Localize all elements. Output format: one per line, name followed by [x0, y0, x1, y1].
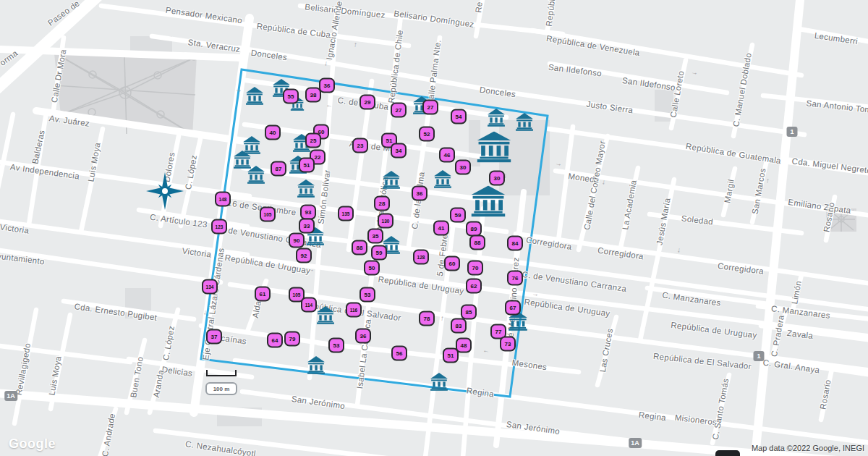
clipped-label-pill: [715, 450, 740, 456]
poi-marker[interactable]: 79: [284, 332, 300, 347]
poi-marker[interactable]: 53: [328, 338, 344, 353]
poi-marker[interactable]: 29: [359, 95, 375, 110]
museum-icon[interactable]: [245, 86, 264, 105]
route-badge: 1A: [629, 438, 642, 448]
poi-marker[interactable]: 83: [451, 318, 467, 334]
oneway-arrow-icon: →: [482, 348, 490, 356]
scale-label: 100 m: [205, 382, 237, 395]
poi-marker[interactable]: 23: [352, 138, 368, 153]
oneway-arrow-icon: →: [676, 246, 684, 254]
poi-marker[interactable]: 90: [289, 233, 305, 248]
poi-marker[interactable]: 54: [451, 109, 467, 124]
museum-icon[interactable]: [297, 179, 315, 198]
poi-marker[interactable]: 88: [469, 235, 485, 250]
poi-marker[interactable]: 36: [412, 186, 427, 201]
poi-marker[interactable]: 148: [215, 192, 231, 207]
poi-marker[interactable]: 105: [260, 207, 276, 222]
poi-marker[interactable]: 41: [433, 221, 449, 236]
poi-marker[interactable]: 36: [319, 78, 335, 93]
poi-marker[interactable]: 88: [352, 240, 367, 256]
map-canvas[interactable]: →→→→→→→→→→→→→→→→→→→→Pensador MexicanoBel…: [0, 0, 868, 456]
poi-marker[interactable]: 51: [299, 158, 315, 173]
museum-icon[interactable]: [307, 355, 326, 374]
poi-marker[interactable]: 135: [338, 206, 354, 221]
poi-marker[interactable]: 123: [211, 219, 227, 235]
poi-marker[interactable]: 34: [391, 143, 407, 159]
poi-marker[interactable]: 27: [422, 100, 438, 115]
poi-marker[interactable]: 92: [296, 248, 312, 263]
museum-icon[interactable]: [382, 170, 401, 189]
poi-marker[interactable]: 64: [267, 333, 283, 348]
poi-marker[interactable]: 76: [507, 271, 523, 286]
museum-icon[interactable]: [470, 186, 506, 217]
poi-marker[interactable]: 56: [391, 346, 407, 361]
street-label: Re: [474, 1, 484, 14]
scale-distance-text: 100 m: [213, 386, 230, 392]
poi-marker[interactable]: 67: [505, 300, 521, 316]
poi-marker[interactable]: 35: [367, 229, 383, 244]
poi-marker[interactable]: 37: [206, 329, 222, 345]
poi-marker[interactable]: 33: [299, 219, 315, 234]
poi-marker[interactable]: 53: [359, 287, 375, 303]
poi-marker[interactable]: 85: [461, 305, 477, 320]
museum-icon[interactable]: [476, 132, 512, 163]
poi-marker[interactable]: 46: [439, 148, 455, 163]
poi-marker[interactable]: 130: [378, 214, 393, 229]
oneway-arrow-icon: →: [554, 159, 562, 167]
poi-marker[interactable]: 93: [300, 205, 316, 220]
oneway-arrow-icon: →: [600, 178, 608, 186]
poi-marker[interactable]: 134: [202, 279, 218, 295]
poi-marker[interactable]: 50: [364, 261, 380, 276]
poi-marker[interactable]: 30: [489, 171, 505, 186]
poi-marker[interactable]: 52: [419, 127, 435, 142]
museum-icon[interactable]: [515, 112, 534, 131]
poi-marker[interactable]: 55: [283, 89, 299, 104]
poi-marker[interactable]: 87: [271, 161, 286, 177]
poi-marker[interactable]: 70: [467, 261, 483, 276]
route-badge: 1: [787, 127, 798, 137]
oneway-arrow-icon: →: [234, 85, 243, 94]
poi-marker[interactable]: 78: [419, 311, 435, 326]
museum-icon[interactable]: [433, 169, 452, 188]
poi-marker[interactable]: 27: [391, 103, 407, 118]
map-attribution: Map data ©2022 Google, INEGI: [752, 444, 864, 452]
poi-marker[interactable]: 60: [444, 256, 460, 271]
museum-icon[interactable]: [487, 108, 506, 127]
poi-marker[interactable]: 128: [413, 250, 429, 265]
museum-icon[interactable]: [247, 165, 265, 184]
poi-marker[interactable]: 28: [374, 196, 390, 211]
poi-marker[interactable]: 59: [450, 208, 466, 223]
poi-marker[interactable]: 73: [500, 337, 516, 352]
poi-marker[interactable]: 62: [466, 279, 482, 294]
poi-marker[interactable]: 84: [507, 236, 523, 251]
poi-marker[interactable]: 114: [301, 297, 317, 313]
poi-marker[interactable]: 89: [466, 221, 482, 237]
poi-marker[interactable]: 40: [265, 125, 281, 140]
museum-icon[interactable]: [316, 305, 335, 324]
poi-marker[interactable]: 36: [355, 329, 371, 344]
oneway-arrow-icon: →: [325, 103, 333, 111]
oneway-arrow-icon: →: [690, 68, 698, 76]
oneway-arrow-icon: →: [350, 41, 358, 48]
poi-marker[interactable]: 51: [443, 348, 459, 363]
compass-icon: [145, 172, 184, 214]
poi-marker[interactable]: 30: [455, 160, 471, 175]
oneway-arrow-icon: →: [323, 59, 331, 67]
road: [0, 114, 13, 195]
poi-marker[interactable]: 116: [346, 303, 362, 318]
route-badge: 1A: [4, 391, 17, 401]
route-badge: 1: [754, 351, 765, 361]
poi-marker[interactable]: 59: [371, 245, 387, 261]
oneway-arrow-icon: →: [437, 314, 445, 322]
museum-icon[interactable]: [430, 372, 448, 391]
oneway-arrow-icon: →: [531, 290, 539, 297]
google-logo: Google: [9, 436, 56, 452]
poi-marker[interactable]: 25: [305, 133, 321, 148]
road: [558, 127, 573, 240]
poi-marker[interactable]: 61: [255, 287, 271, 302]
